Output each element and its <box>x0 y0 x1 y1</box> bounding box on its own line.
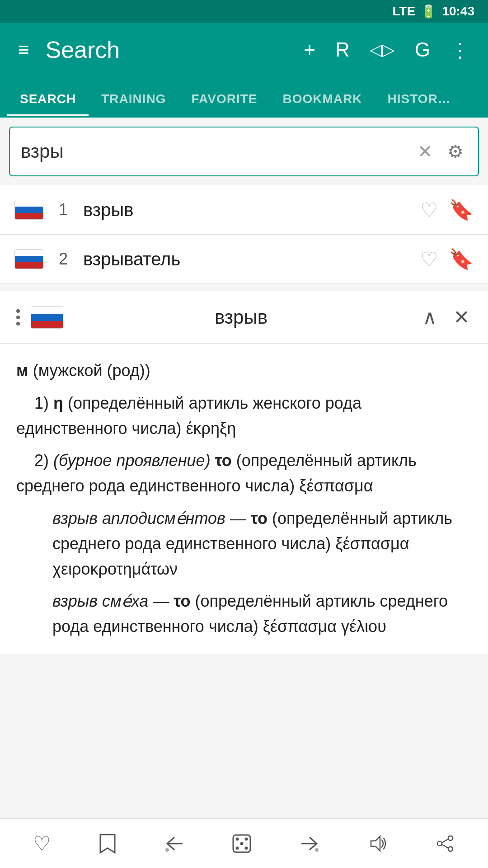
definition-content: м (мужской (род)) 1) η (определённый арт… <box>0 344 488 654</box>
russian-flag-1 <box>14 200 43 220</box>
flag-stripe-blue <box>15 256 43 262</box>
app-bar: ≡ Search + R ◁▷ G ⋮ <box>0 23 488 77</box>
results-list: 1 взрыв ♡ 🔖 2 взрыватель ♡ 🔖 <box>0 185 488 284</box>
clear-search-icon[interactable]: ✕ <box>414 137 436 165</box>
tabs-bar: SEARCH TRAINING FAVORITE BOOKMARK HISTOR… <box>0 77 488 118</box>
result-item[interactable]: 1 взрыв ♡ 🔖 <box>0 185 488 235</box>
flag-stripe-blue <box>31 314 63 321</box>
bottom-back-icon[interactable] <box>159 830 190 857</box>
def-line-1: 1) η (определённый артикль женского рода… <box>16 391 472 441</box>
flag-stripe-blue <box>15 207 43 213</box>
search-container: ✕ ⚙ <box>9 127 479 176</box>
svg-point-12 <box>437 841 442 846</box>
svg-point-7 <box>245 846 248 849</box>
tab-bookmark[interactable]: BOOKMARK <box>270 85 375 116</box>
more-icon[interactable]: ⋮ <box>446 35 474 65</box>
svg-point-5 <box>245 837 248 840</box>
app-title: Search <box>46 36 288 63</box>
tab-training[interactable]: TRAINING <box>89 85 178 116</box>
result-actions-2: ♡ 🔖 <box>420 247 474 271</box>
russian-flag-2 <box>14 249 43 269</box>
direction-icon[interactable]: ◁▷ <box>366 37 399 63</box>
flag-stripe-white <box>15 250 43 256</box>
flag-stripe-red <box>15 262 43 269</box>
bottom-volume-icon[interactable] <box>362 828 393 859</box>
tab-search[interactable]: SEARCH <box>7 85 89 116</box>
result-number-1: 1 <box>54 200 72 219</box>
svg-point-13 <box>448 847 453 851</box>
detail-flag <box>31 306 63 329</box>
def-line-gender: м (мужской (род)) <box>16 358 472 383</box>
collapse-icon[interactable]: ∧ <box>419 302 441 332</box>
flag-stripe-white <box>15 200 43 207</box>
close-detail-icon[interactable]: ✕ <box>450 302 474 332</box>
flag-stripe-white <box>31 307 63 314</box>
bottom-forward-icon[interactable] <box>294 830 325 857</box>
bottom-bookmark-icon[interactable] <box>93 827 122 860</box>
search-input[interactable] <box>21 141 414 162</box>
dot1 <box>16 309 20 313</box>
bottom-dice-icon[interactable] <box>226 828 257 859</box>
flag-stripe-red <box>15 213 43 219</box>
def-example-1: взрыв аплодисме́нтов — το (определённый … <box>52 506 472 581</box>
menu-icon[interactable]: ≡ <box>14 35 33 64</box>
svg-point-9 <box>315 848 319 852</box>
result-actions-1: ♡ 🔖 <box>420 198 474 222</box>
add-icon[interactable]: + <box>300 35 319 65</box>
svg-point-4 <box>240 842 244 845</box>
status-icons: LTE 🔋 10:43 <box>393 4 474 19</box>
result-number-2: 2 <box>54 250 72 269</box>
flag-stripe-red <box>31 321 63 328</box>
bottom-share-icon[interactable] <box>430 828 460 859</box>
svg-point-1 <box>165 848 169 852</box>
dot2 <box>16 316 20 319</box>
detail-header: взрыв ∧ ✕ <box>0 291 488 344</box>
lte-indicator: LTE <box>393 4 416 19</box>
favorite-icon-2[interactable]: ♡ <box>420 248 438 271</box>
bookmark-icon-2[interactable]: 🔖 <box>449 247 474 271</box>
detail-panel: взрыв ∧ ✕ м (мужской (род)) 1) η (опреде… <box>0 291 488 654</box>
status-bar: LTE 🔋 10:43 <box>0 0 488 23</box>
tab-history[interactable]: HISTOR… <box>375 85 464 116</box>
bottom-heart-icon[interactable]: ♡ <box>28 826 56 860</box>
tab-favorite[interactable]: FAVORITE <box>179 85 270 116</box>
svg-marker-10 <box>371 836 380 851</box>
favorite-icon-1[interactable]: ♡ <box>420 198 438 222</box>
bottom-action-bar: ♡ <box>0 818 488 868</box>
svg-point-11 <box>448 836 453 840</box>
svg-line-15 <box>442 844 448 848</box>
def-line-2: 2) (бурное проявление) το (определённый … <box>16 448 472 499</box>
g-label[interactable]: G <box>411 35 434 65</box>
battery-icon: 🔋 <box>421 4 436 19</box>
dot3 <box>16 322 20 326</box>
result-word-2: взрыватель <box>83 249 409 269</box>
detail-options-icon[interactable] <box>14 307 22 327</box>
def-example-2: взрыв сме́ха — το (определённый артикль … <box>52 589 472 639</box>
r-label[interactable]: R <box>332 35 353 65</box>
result-item[interactable]: 2 взрыватель ♡ 🔖 <box>0 235 488 284</box>
bookmark-icon-1[interactable]: 🔖 <box>449 198 474 222</box>
result-word-1: взрыв <box>83 200 409 220</box>
svg-point-6 <box>236 846 239 849</box>
svg-line-14 <box>442 839 448 843</box>
time-display: 10:43 <box>442 4 474 19</box>
search-settings-icon[interactable]: ⚙ <box>444 137 467 165</box>
detail-word-title: взрыв <box>72 307 410 328</box>
svg-point-3 <box>236 837 239 840</box>
